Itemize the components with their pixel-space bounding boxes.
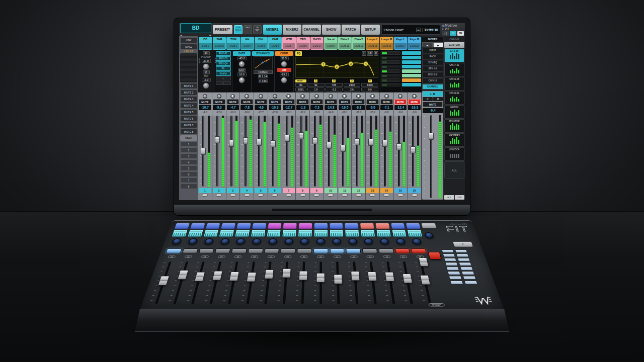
user-slot-2[interactable]: 2 <box>180 147 197 153</box>
pan-knob[interactable] <box>230 94 235 99</box>
channel-select-pill[interactable] <box>202 194 208 197</box>
mute-group-5-button[interactable]: MUTE 5 <box>180 109 197 115</box>
mute-button-ch12[interactable]: MUTE <box>352 99 365 105</box>
preset-button[interactable]: PRESET* <box>213 25 232 34</box>
bank-ch-1-16[interactable]: CH 1-16 <box>444 49 464 62</box>
master-mute-button[interactable]: MUTE <box>423 102 443 107</box>
hw-fader-cap-ch13[interactable] <box>368 272 377 281</box>
sends-chip-3[interactable] <box>402 60 421 64</box>
channel-select-pill[interactable] <box>369 194 375 197</box>
bank-grp-fx[interactable]: GRP/FX <box>444 105 464 119</box>
hw-fader-cap-ch15[interactable] <box>403 274 413 284</box>
mute-button-ch8[interactable]: MUTE <box>296 99 309 105</box>
channel-select-pill[interactable] <box>286 194 292 197</box>
mute-group-3-button[interactable]: MUTE 3 <box>180 96 197 102</box>
eq-band-4-freq[interactable]: 8400 <box>361 83 378 87</box>
hw-fn-key[interactable] <box>442 249 454 252</box>
fader-cap-ch12[interactable] <box>355 138 360 145</box>
mute-group-1-button[interactable]: MUTE 1 <box>180 83 197 89</box>
hw-key-ch13[interactable] <box>362 248 377 253</box>
comp-gain-knob[interactable] <box>281 61 287 67</box>
hw-knob-ch4[interactable] <box>220 238 230 244</box>
hw-select-ch16[interactable] <box>406 223 421 229</box>
hw-master-mute-button[interactable] <box>428 252 442 259</box>
tab-channel[interactable]: CHANNEL <box>302 25 321 35</box>
hw-fader-cap-ch7[interactable] <box>264 269 274 279</box>
bank-ch-17-32[interactable]: CH 17-32 <box>444 63 464 76</box>
hw-master-fader-cap[interactable] <box>419 258 429 266</box>
bank-ch-33-48[interactable]: CH 33-48 <box>444 77 464 90</box>
hw-fn-key[interactable] <box>464 281 478 284</box>
hw-knob-ch5[interactable] <box>236 238 246 244</box>
fader-cap-ch8[interactable] <box>299 132 304 139</box>
tab-setup[interactable]: SETUP <box>361 25 380 35</box>
mute-group-7-button[interactable]: MUTE 7 <box>180 122 197 128</box>
eq-band-1-freq[interactable]: 90 <box>307 83 325 87</box>
channel-number-3[interactable]: 3 <box>227 188 239 193</box>
channel-number-11[interactable]: 11 <box>339 188 351 193</box>
mode-mon-1-8[interactable]: MON 1-8 <box>422 72 443 77</box>
selected-channel-display[interactable]: BD <box>180 23 211 33</box>
hw-fader-cap-ch11[interactable] <box>334 275 343 284</box>
aux-send-5[interactable] <box>381 69 400 73</box>
hw-fn-key[interactable] <box>463 276 476 280</box>
fader-cap-ch3[interactable] <box>229 140 234 147</box>
channel-number-8[interactable]: 8 <box>296 188 309 193</box>
fader-cap-ch9[interactable] <box>312 137 317 144</box>
hw-knob-ch6[interactable] <box>252 238 262 244</box>
channel-tab-7[interactable]: GTR 1:Crd 7 <box>282 37 296 50</box>
aux-send-4[interactable] <box>381 65 400 68</box>
waves-w-button[interactable]: W <box>457 31 464 36</box>
user-slot-3[interactable]: 3 <box>180 153 197 159</box>
fader-cap-ch6[interactable] <box>271 140 276 147</box>
sends-chip-7[interactable] <box>402 78 421 82</box>
pan-knob[interactable] <box>384 94 389 99</box>
hw-fn-key[interactable] <box>443 254 455 257</box>
eq-band-4-gain[interactable]: 0.0 <box>361 87 378 92</box>
hw-key-ch11[interactable] <box>330 248 344 253</box>
utility-button-clip-solo[interactable]: CLIPSOLO <box>234 25 243 34</box>
hw-knob-ch7[interactable] <box>268 238 278 244</box>
channel-select-pill[interactable] <box>300 194 306 197</box>
fader-cap-ch13[interactable] <box>368 139 373 146</box>
eq-chan-LR[interactable]: L/R <box>367 51 373 56</box>
mute-button-ch14[interactable]: MUTE <box>380 99 393 105</box>
mode-rack[interactable]: RACK <box>422 54 443 59</box>
tab-patch[interactable]: PATCH <box>342 25 360 35</box>
hw-fn-key[interactable] <box>457 258 470 261</box>
channel-tab-9[interactable]: BASS 1:Crd 14 <box>310 37 324 50</box>
sends-chip-2[interactable] <box>402 56 421 59</box>
eq-graph[interactable]: 1 2 3 4 <box>295 57 378 78</box>
mute-group-4-button[interactable]: MUTE 4 <box>180 103 197 109</box>
user-slot-8[interactable]: 8 <box>180 184 197 189</box>
lp-freq-value[interactable]: 8281 <box>295 87 306 92</box>
link-button[interactable]: LINK <box>180 37 197 43</box>
gate-range-knob[interactable] <box>238 77 245 83</box>
hw-key-ch1[interactable] <box>166 248 182 253</box>
hw-select-ch4[interactable] <box>221 223 236 229</box>
hw-master-knob[interactable] <box>424 232 434 238</box>
hw-key-ch5[interactable] <box>231 248 247 253</box>
custom-bank-button[interactable]: CUSTOM <box>444 42 464 48</box>
mute-button-ch13[interactable]: MUTE <box>366 99 379 105</box>
rack-slot-grnkid[interactable]: GrnKid <box>216 71 231 76</box>
sends-chip-5[interactable] <box>402 69 421 73</box>
hw-select-ch15[interactable] <box>390 223 405 229</box>
fader-cap-ch4[interactable] <box>243 137 248 144</box>
fader-cap-ch1[interactable] <box>201 148 206 155</box>
all-banks-button[interactable]: ALL <box>444 161 464 178</box>
fader-cap-ch10[interactable] <box>327 142 332 149</box>
aux-send-1[interactable] <box>381 51 400 55</box>
mute-button-ch3[interactable]: MUTE <box>227 99 239 105</box>
channel-select-pill[interactable] <box>412 194 418 197</box>
pan-knob[interactable] <box>370 94 375 99</box>
hw-fader-cap-ch4[interactable] <box>212 271 222 281</box>
channel-number-12[interactable]: 12 <box>352 188 365 193</box>
channel-tab-3[interactable]: TOM 1:Crd 3 <box>226 37 240 50</box>
tab-mixer1[interactable]: MIXER1 <box>263 25 282 35</box>
channel-number-14[interactable]: 14 <box>380 188 393 193</box>
fader-cap-ch16[interactable] <box>411 146 416 153</box>
pan-knob[interactable] <box>273 94 277 99</box>
channel-select-pill[interactable] <box>328 194 334 197</box>
channel-select-pill[interactable] <box>244 194 250 197</box>
